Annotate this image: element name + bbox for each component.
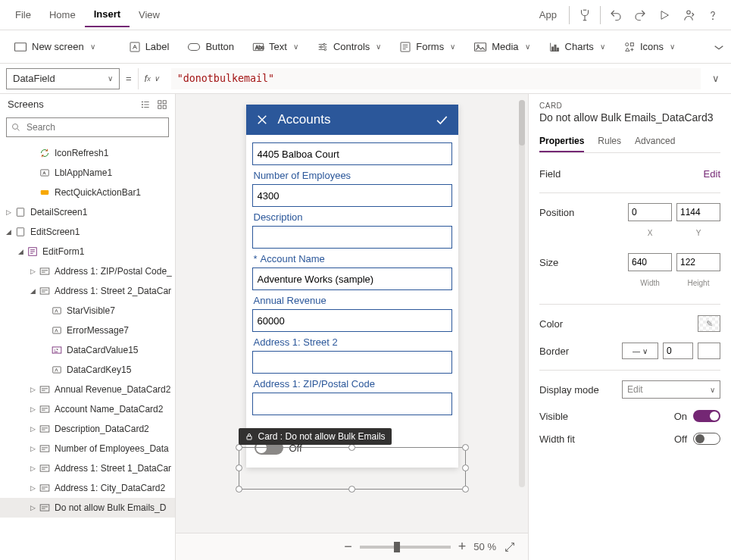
border-color-swatch[interactable] [698, 343, 720, 359]
phone-preview: Accounts Number of Employees Description… [246, 105, 458, 468]
menu-app[interactable]: App [530, 3, 566, 27]
svg-rect-4 [130, 42, 139, 52]
tree-node-numemp[interactable]: ▷Number of Employees_Data [0, 439, 175, 458]
svg-rect-25 [163, 105, 166, 108]
position-label: Position [539, 207, 574, 218]
button-button[interactable]: Button [180, 36, 242, 57]
tree-node-addr-zip[interactable]: ▷Address 1: ZIP/Postal Code_ [0, 261, 175, 281]
icons-menu[interactable]: Icons∨ [616, 36, 683, 58]
color-label: Color [539, 318, 563, 330]
tree-node-addr-st2[interactable]: ◢Address 1: Street 2_DataCar [0, 281, 175, 301]
controls-menu[interactable]: Controls∨ [309, 36, 389, 58]
color-swatch[interactable]: ✎ [698, 315, 720, 332]
tree-node-dcvalue[interactable]: DataCardValue15 [0, 340, 175, 360]
visible-label: Visible [539, 411, 568, 422]
svg-rect-44 [40, 505, 49, 511]
check-icon[interactable] [434, 112, 449, 127]
visible-toggle[interactable] [693, 410, 720, 422]
canvas-scrollbar[interactable] [519, 100, 525, 487]
svg-rect-14 [551, 47, 553, 51]
search-field[interactable] [25, 121, 164, 133]
tree-node-rectquick[interactable]: RectQuickActionBar1 [0, 183, 175, 202]
tree-node-descr[interactable]: ▷Description_DataCard2 [0, 419, 175, 439]
menu-insert[interactable]: Insert [85, 2, 130, 27]
svg-rect-33 [40, 288, 49, 294]
tree-node-editform[interactable]: ◢EditForm1 [0, 242, 175, 261]
svg-point-10 [324, 48, 326, 51]
media-label: Media [492, 41, 518, 52]
svg-point-2 [713, 18, 714, 19]
tree-node-addr-city[interactable]: ▷Address 1: City_DataCard2 [0, 478, 175, 498]
ribbon-expand-icon[interactable] [713, 42, 725, 52]
annrev-input[interactable] [252, 309, 452, 332]
tree-node-donotbulk[interactable]: ▷Do not allow Bulk Emails_D [0, 498, 175, 518]
zoom-pct: 50 % [473, 541, 496, 552]
size-w-input[interactable] [628, 253, 672, 271]
border-style-select[interactable]: — ∨ [622, 343, 658, 359]
formula-input[interactable] [171, 68, 701, 89]
menu-home[interactable]: Home [40, 3, 85, 27]
tree-node-lblappname[interactable]: LblAppName1 [0, 163, 175, 183]
street1-input[interactable] [252, 142, 452, 165]
tree-node-annualrev[interactable]: ▷Annual Revenue_DataCard2 [0, 380, 175, 399]
widthfit-toggle[interactable] [693, 433, 720, 445]
tree-node-iconrefresh[interactable]: IconRefresh1 [0, 143, 175, 163]
property-selector[interactable]: DataField ∨ [6, 68, 120, 89]
displaymode-label: Display mode [539, 384, 599, 396]
text-menu[interactable]: Abc Text∨ [245, 36, 306, 57]
svg-rect-28 [41, 190, 49, 195]
tab-rules[interactable]: Rules [598, 131, 621, 152]
tree-node-acctname[interactable]: ▷Account Name_DataCard2 [0, 399, 175, 419]
svg-point-19 [142, 101, 142, 102]
tab-properties[interactable]: Properties [539, 131, 584, 152]
label-button[interactable]: Label [121, 36, 177, 58]
zoom-out-icon[interactable]: − [344, 539, 352, 555]
search-input[interactable] [6, 117, 169, 137]
share-icon[interactable] [676, 3, 701, 27]
thumbnail-view-icon[interactable] [157, 99, 167, 110]
zoom-slider[interactable] [360, 546, 451, 549]
formula-expand-icon[interactable]: ∨ [707, 73, 725, 84]
tree-node-dckey[interactable]: DataCardKey15 [0, 360, 175, 380]
numemp-input[interactable] [252, 184, 452, 207]
selection-tooltip: Card : Do not allow Bulk Emails [239, 428, 392, 445]
charts-menu[interactable]: Charts∨ [541, 36, 613, 58]
zip-label: Address 1: ZIP/Postal Code [254, 378, 451, 389]
svg-rect-43 [40, 485, 49, 491]
new-screen-button[interactable]: New screen∨ [6, 36, 103, 57]
descr-input[interactable] [252, 226, 452, 249]
tree-node-errormsg[interactable]: ErrorMessage7 [0, 321, 175, 340]
svg-rect-42 [40, 465, 49, 471]
forms-menu[interactable]: Forms∨ [392, 36, 463, 58]
border-width-input[interactable] [663, 343, 693, 359]
displaymode-select[interactable]: Edit∨ [622, 380, 720, 399]
new-screen-label: New screen [32, 41, 84, 52]
forms-label: Forms [416, 41, 444, 52]
redo-icon[interactable] [628, 3, 652, 27]
tree-view-icon[interactable] [140, 99, 151, 110]
tree-node-editscreen[interactable]: ◢EditScreen1 [0, 222, 175, 242]
field-edit-link[interactable]: Edit [704, 168, 720, 180]
charts-label: Charts [565, 41, 594, 52]
zip-input[interactable] [252, 393, 452, 415]
acct-input[interactable] [252, 267, 452, 290]
app-checker-icon[interactable] [573, 3, 597, 27]
pos-x-input[interactable] [628, 203, 672, 221]
menu-view[interactable]: View [130, 3, 169, 27]
tree-node-starvisible[interactable]: StarVisible7 [0, 301, 175, 321]
fit-icon[interactable] [504, 541, 516, 553]
zoom-in-icon[interactable]: + [458, 539, 467, 555]
undo-icon[interactable] [604, 3, 628, 27]
menu-file[interactable]: File [6, 3, 40, 27]
tree-node-addr-st1[interactable]: ▷Address 1: Street 1_DataCar [0, 458, 175, 478]
tab-advanced[interactable]: Advanced [635, 131, 675, 152]
pos-y-input[interactable] [676, 203, 720, 221]
size-h-input[interactable] [676, 253, 720, 271]
tree-node-detailscreen[interactable]: ▷DetailScreen1 [0, 202, 175, 222]
help-icon[interactable] [701, 3, 725, 27]
st2-input[interactable] [252, 351, 452, 374]
label-label: Label [145, 41, 170, 52]
media-menu[interactable]: Media∨ [466, 36, 537, 57]
play-icon[interactable] [652, 3, 676, 27]
close-icon[interactable] [255, 113, 269, 127]
